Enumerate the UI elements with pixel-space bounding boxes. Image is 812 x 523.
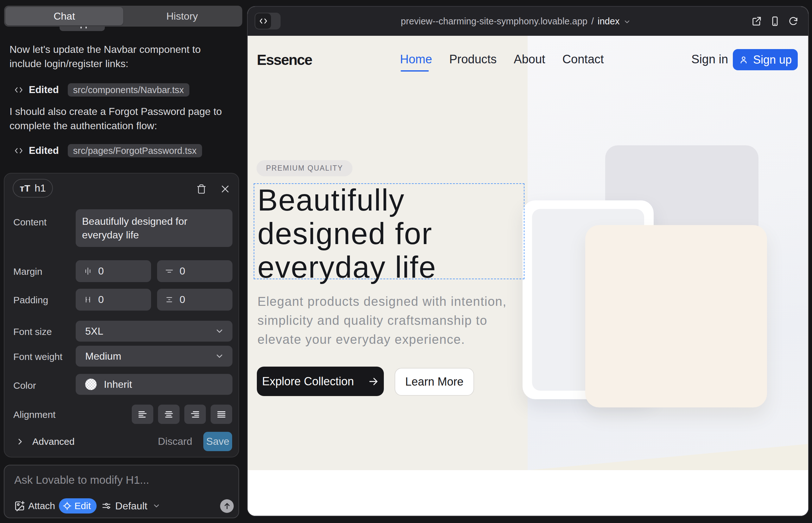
color-select[interactable]: Inherit [76, 374, 232, 395]
font-weight-select[interactable]: Medium [76, 346, 232, 366]
nav-active-underline [401, 70, 429, 72]
send-button[interactable] [220, 499, 234, 513]
nav-home[interactable]: Home [400, 53, 432, 66]
tab-chat[interactable]: Chat [5, 7, 123, 25]
arrow-up-icon [223, 502, 231, 510]
nav-products[interactable]: Products [449, 53, 497, 66]
element-tag: h1 [35, 182, 46, 194]
font-weight-label: Font weight [13, 351, 63, 362]
preview-url[interactable]: preview--charming-site-symphony.lovable.… [247, 7, 808, 36]
site-nav: Home Products About Contact [400, 53, 604, 66]
url-host: preview--charming-site-symphony.lovable.… [401, 16, 587, 26]
chevron-down-icon [215, 351, 224, 361]
decorative-card-beige [585, 225, 767, 408]
align-left-button[interactable] [132, 404, 153, 424]
edit-label: Edit [74, 501, 91, 511]
margin-y-icon [165, 267, 174, 275]
learn-more-button[interactable]: Learn More [394, 368, 474, 396]
file-badge[interactable]: src/pages/ForgotPassword.tsx [68, 144, 202, 157]
chat-history-tabbar: Chat History [4, 6, 242, 26]
padding-x-value: 0 [98, 294, 104, 306]
tab-history-label: History [166, 11, 198, 22]
chevron-down-icon [623, 18, 631, 26]
hero-section: Essence Home Products About Contact Sign… [248, 36, 808, 470]
nav-contact[interactable]: Contact [562, 53, 604, 66]
padding-x-icon [84, 295, 92, 304]
preview-actions [751, 7, 799, 36]
align-right-button[interactable] [184, 404, 206, 424]
tab-chat-label: Chat [54, 11, 75, 22]
url-separator: / [591, 16, 594, 26]
align-left-icon [137, 409, 148, 420]
code-icon [14, 146, 23, 155]
chat-panel: Chat History Now let's update the Navbar… [0, 0, 247, 523]
edited-file-row-2[interactable]: Edited src/pages/ForgotPassword.tsx [14, 144, 202, 157]
edited-file-row-1[interactable]: Edited src/components/Navbar.tsx [14, 83, 189, 96]
save-button[interactable]: Save [203, 432, 232, 451]
margin-label: Margin [13, 266, 42, 277]
scrolled-badge-fragment [59, 26, 105, 31]
close-icon[interactable] [220, 184, 230, 194]
image-plus-icon [14, 501, 25, 511]
font-weight-value: Medium [85, 350, 215, 362]
color-value: Inherit [104, 379, 224, 390]
margin-x-icon [84, 267, 92, 275]
premium-quality-badge: PREMIUM QUALITY [257, 160, 352, 176]
open-in-new-icon[interactable] [751, 16, 762, 26]
element-editor-panel: тT h1 Content Beautifully designed for e… [4, 173, 239, 457]
margin-x-input[interactable]: 0 [76, 260, 151, 282]
model-mode-button[interactable]: Default [102, 500, 161, 512]
refresh-icon[interactable] [788, 16, 799, 26]
font-size-select[interactable]: 5XL [76, 321, 232, 342]
sign-up-button[interactable]: Sign up [733, 49, 798, 70]
sliders-icon [102, 501, 111, 511]
nav-about[interactable]: About [514, 53, 545, 66]
locate-icon [63, 502, 72, 510]
site-logo[interactable]: Essence [257, 51, 312, 68]
explore-collection-label: Explore Collection [262, 375, 354, 388]
user-icon [739, 55, 748, 65]
mobile-view-icon[interactable] [770, 16, 780, 26]
margin-row: 0 0 [76, 260, 232, 282]
assistant-message-1: Now let's update the Navbar component to… [10, 42, 225, 71]
advanced-toggle[interactable]: Advanced [32, 436, 74, 447]
selected-element-pill: тT h1 [13, 179, 53, 198]
edit-mode-button[interactable]: Edit [59, 498, 96, 513]
align-justify-button[interactable] [211, 404, 232, 424]
editor-footer: Advanced Discard Save [13, 432, 232, 451]
file-badge[interactable]: src/components/Navbar.tsx [68, 83, 189, 96]
explore-collection-button[interactable]: Explore Collection [257, 366, 384, 396]
margin-x-value: 0 [98, 265, 104, 277]
content-label: Content [13, 217, 47, 228]
delete-element-button[interactable] [196, 184, 207, 194]
align-justify-icon [216, 409, 227, 420]
align-right-icon [190, 409, 200, 420]
padding-y-input[interactable]: 0 [157, 289, 232, 310]
transparency-swatch-icon [85, 379, 96, 390]
edited-label: Edited [29, 84, 59, 96]
site-preview: Essence Home Products About Contact Sign… [248, 36, 808, 516]
margin-y-input[interactable]: 0 [157, 260, 232, 282]
padding-y-icon [165, 295, 174, 304]
hero-heading[interactable]: Beautifully designed for everyday life [258, 183, 543, 284]
content-input[interactable]: Beautifully designed for everyday life [76, 209, 232, 247]
font-size-label: Font size [13, 326, 52, 337]
type-icon: тT [20, 183, 30, 194]
assistant-message-2: I should also create a Forgot Password p… [10, 105, 225, 133]
hero-paragraph: Elegant products designed with intention… [258, 292, 530, 349]
color-label: Color [13, 380, 36, 391]
preview-frame: preview--charming-site-symphony.lovable.… [247, 6, 809, 516]
align-center-button[interactable] [158, 404, 180, 424]
attach-label: Attach [28, 501, 55, 511]
discard-button[interactable]: Discard [158, 436, 192, 447]
mode-label: Default [115, 500, 147, 512]
chat-input-placeholder: Ask Lovable to modify H1... [14, 474, 149, 486]
padding-x-input[interactable]: 0 [76, 289, 151, 310]
chat-input-toolbar: Attach Edit Default [14, 497, 234, 515]
tab-history[interactable]: History [123, 7, 241, 25]
chat-input-box[interactable]: Ask Lovable to modify H1... Attach Edit … [4, 465, 239, 518]
attach-button[interactable]: Attach [14, 501, 55, 511]
arrow-right-icon [368, 376, 379, 387]
next-section [248, 470, 808, 516]
sign-in-link[interactable]: Sign in [691, 53, 728, 66]
